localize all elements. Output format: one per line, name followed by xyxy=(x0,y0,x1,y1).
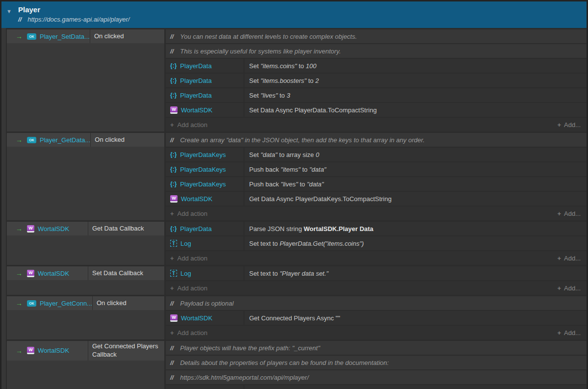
action-row[interactable]: WWortalSDKGet Connected Players Async "" xyxy=(166,311,587,325)
event-sheet: ▼ Player //https://docs.games-api.ai/api… xyxy=(0,0,588,389)
add-more-link[interactable]: +Add... xyxy=(557,329,581,337)
action-text: Set text to "Player data set." xyxy=(244,270,329,277)
action-object: {:}PlayerDataKeys xyxy=(166,177,244,191)
add-more-link[interactable]: +Add... xyxy=(557,285,581,292)
event-block: →OKPlayer_SetData...On clicked//You can … xyxy=(7,29,587,131)
action-text-part: Push back xyxy=(249,181,281,188)
action-text-part: "data" xyxy=(309,166,327,173)
action-row[interactable]: {:}PlayerDataSet "items.coins" to 100 xyxy=(166,59,587,73)
comment-row[interactable]: //This is especially useful for systems … xyxy=(166,44,587,58)
add-action-link[interactable]: +Add action xyxy=(170,121,207,129)
event-block: →WWortalSDKSet Data CallbackTLogSet text… xyxy=(7,266,587,295)
condition-cell-body xyxy=(7,310,164,339)
action-row[interactable]: {:}PlayerDataParse JSON string WortalSDK… xyxy=(166,222,587,235)
wortal-icon: W xyxy=(170,314,178,322)
action-object-name: PlayerDataKeys xyxy=(180,166,226,173)
add-action-link[interactable]: +Add action xyxy=(170,210,207,217)
event-condition[interactable]: →WWortalSDKGet Data Callback xyxy=(7,222,164,235)
action-text-part: Set text to xyxy=(249,270,280,277)
wortal-icon: W xyxy=(170,195,178,203)
add-more-link[interactable]: +Add... xyxy=(557,255,581,262)
action-text: Push back "lives" to "data" xyxy=(244,181,324,188)
action-row[interactable]: WWortalSDKGet Data Async PlayerDataKeys.… xyxy=(166,192,587,206)
action-text: Set "items.boosters" to 2 xyxy=(244,77,319,84)
button-icon: OK xyxy=(27,33,36,40)
condition-text: On clicked xyxy=(91,134,128,146)
condition-object: →WWortalSDK xyxy=(7,266,88,280)
comment-row[interactable]: //Player objects will have the prefix pa… xyxy=(166,341,587,355)
add-more-label: Add... xyxy=(564,285,581,292)
add-more-label: Add... xyxy=(564,121,581,129)
action-text-part: Set xyxy=(249,92,260,99)
add-action-label: Add action xyxy=(178,210,207,217)
action-row[interactable]: {:}PlayerDataKeysPush back "lives" to "d… xyxy=(166,177,587,191)
action-object-name: Log xyxy=(180,270,191,277)
event-condition[interactable]: →WWortalSDKGet Connected Players Callbac… xyxy=(7,341,164,361)
event-condition[interactable]: →OKPlayer_SetData...On clicked xyxy=(7,29,164,43)
action-row[interactable]: {:}PlayerDataSet "items.boosters" to 2 xyxy=(166,74,587,87)
action-text-part: Set text to xyxy=(249,240,280,247)
comment-slashes-icon: // xyxy=(170,374,174,381)
plus-icon: + xyxy=(557,329,561,337)
action-text-part: Set xyxy=(249,62,260,70)
add-action-link[interactable]: +Add action xyxy=(170,285,207,292)
event-block: →OKPlayer_GetConn...On clicked//Payload … xyxy=(7,296,587,339)
action-row[interactable]: {:}PlayerFriendsParse JSON string Wortal… xyxy=(166,385,587,389)
plus-icon: + xyxy=(557,210,561,217)
group-comment: //https://docs.games-api.ai/api/player/ xyxy=(18,16,587,23)
event-condition[interactable]: →OKPlayer_GetConn...On clicked xyxy=(7,296,164,310)
event-condition[interactable]: →OKPlayer_GetData...On clicked xyxy=(7,133,164,147)
button-icon: OK xyxy=(27,137,36,143)
event-condition-cell: →OKPlayer_GetData...On clicked xyxy=(7,133,164,220)
comment-row[interactable]: //Payload is optional xyxy=(166,296,587,310)
action-text-part: Set xyxy=(249,151,260,158)
comment-row[interactable]: //You can nest data at different levels … xyxy=(166,29,587,43)
add-action-label: Add action xyxy=(178,329,207,337)
event-condition-cell: →WWortalSDKGet Data Callback xyxy=(7,222,164,265)
plus-icon: + xyxy=(557,285,561,292)
action-object: {:}PlayerDataKeys xyxy=(166,148,244,161)
group-header[interactable]: ▼ Player //https://docs.games-api.ai/api… xyxy=(1,1,587,28)
add-action-label: Add action xyxy=(178,255,207,262)
action-object: TLog xyxy=(166,266,244,280)
plus-icon: + xyxy=(557,255,561,262)
event-condition[interactable]: →WWortalSDKSet Data Callback xyxy=(7,266,164,280)
action-text-part: to xyxy=(307,77,315,84)
action-row[interactable]: {:}PlayerDataSet "lives" to 3 xyxy=(166,88,587,102)
group-comment-url: https://docs.games-api.ai/api/player/ xyxy=(27,16,129,23)
comment-text: Details about the properties of players … xyxy=(180,359,389,366)
event-condition-cell: →WWortalSDKGet Connected Players Callbac… xyxy=(7,341,164,389)
comment-text: This is especially useful for systems li… xyxy=(180,48,341,55)
condition-cell-body xyxy=(7,235,164,265)
comment-row[interactable]: //Create an array "data" in the JSON obj… xyxy=(166,133,587,147)
action-text-part: "data" xyxy=(260,151,278,158)
comment-slashes-icon: // xyxy=(170,33,174,40)
action-row[interactable]: WWortalSDKSet Data Async PlayerData.ToCo… xyxy=(166,103,587,117)
condition-cell-body xyxy=(7,43,164,131)
event-rows: //You can nest data at different levels … xyxy=(166,29,587,131)
action-text-part: Set Data Async PlayerData.ToCompactStrin… xyxy=(249,106,377,114)
action-row[interactable]: TLogSet text to "Player data set." xyxy=(166,266,587,280)
action-object: WWortalSDK xyxy=(166,311,244,325)
action-object: {:}PlayerData xyxy=(166,88,244,102)
action-row[interactable]: {:}PlayerDataKeysSet "data" to array siz… xyxy=(166,148,587,161)
action-text-part: "lives" xyxy=(260,92,278,99)
add-more-link[interactable]: +Add... xyxy=(557,210,581,217)
event-arrow-icon: → xyxy=(16,300,23,307)
comment-row[interactable]: //https://sdk.html5gameportal.com/api/mp… xyxy=(166,370,587,384)
action-object: {:}PlayerFriends xyxy=(166,385,244,389)
action-row[interactable]: {:}PlayerDataKeysPush back "items" to "d… xyxy=(166,162,587,176)
add-action-link[interactable]: +Add action xyxy=(170,255,207,262)
add-action-link[interactable]: +Add action xyxy=(170,329,207,337)
event-list: →OKPlayer_SetData...On clicked//You can … xyxy=(1,28,587,389)
add-more-link[interactable]: +Add... xyxy=(557,121,581,129)
action-text-part: Parse JSON string xyxy=(249,225,304,233)
condition-object-name: WortalSDK xyxy=(38,225,69,233)
action-text-part: 3 xyxy=(286,92,290,99)
action-text-part: to array size xyxy=(278,151,316,158)
condition-object-name: Player_SetData... xyxy=(40,33,90,40)
action-row[interactable]: TLogSet text to PlayerData.Get("items.co… xyxy=(166,236,587,250)
add-more-label: Add... xyxy=(564,329,581,337)
collapse-group-icon[interactable]: ▼ xyxy=(6,8,12,14)
comment-row[interactable]: //Details about the properties of player… xyxy=(166,356,587,369)
